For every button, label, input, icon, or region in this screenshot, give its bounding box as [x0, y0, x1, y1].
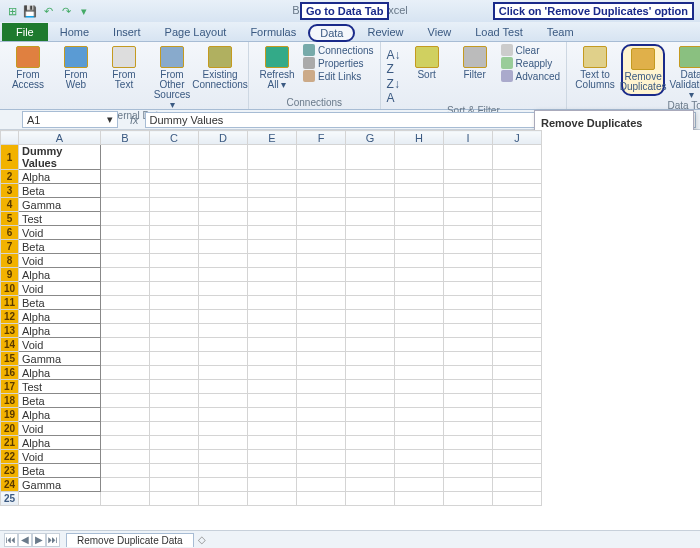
cell-D24[interactable]: [199, 478, 248, 492]
cell-I22[interactable]: [444, 450, 493, 464]
cell-A21[interactable]: Alpha: [19, 436, 101, 450]
cell-I9[interactable]: [444, 268, 493, 282]
cell-A4[interactable]: Gamma: [19, 198, 101, 212]
cell-C6[interactable]: [150, 226, 199, 240]
cell-D9[interactable]: [199, 268, 248, 282]
cell-A10[interactable]: Void: [19, 282, 101, 296]
cell-I15[interactable]: [444, 352, 493, 366]
cell-F9[interactable]: [297, 268, 346, 282]
row-header-25[interactable]: 25: [1, 492, 19, 506]
cell-G8[interactable]: [346, 254, 395, 268]
row-header-11[interactable]: 11: [1, 296, 19, 310]
cell-A22[interactable]: Void: [19, 450, 101, 464]
cell-E25[interactable]: [248, 492, 297, 506]
tab-team[interactable]: Team: [535, 23, 586, 41]
row-header-6[interactable]: 6: [1, 226, 19, 240]
cell-E6[interactable]: [248, 226, 297, 240]
cell-E16[interactable]: [248, 366, 297, 380]
cell-I3[interactable]: [444, 184, 493, 198]
connections-button[interactable]: Connections: [303, 44, 374, 56]
remove-duplicates-button[interactable]: Remove Duplicates: [621, 44, 665, 96]
cell-F8[interactable]: [297, 254, 346, 268]
cell-G23[interactable]: [346, 464, 395, 478]
cell-E19[interactable]: [248, 408, 297, 422]
cell-A14[interactable]: Void: [19, 338, 101, 352]
row-header-16[interactable]: 16: [1, 366, 19, 380]
cell-E24[interactable]: [248, 478, 297, 492]
cell-E3[interactable]: [248, 184, 297, 198]
fx-icon[interactable]: fx: [124, 114, 145, 126]
cell-I11[interactable]: [444, 296, 493, 310]
existing-connections-button[interactable]: Existing Connections: [198, 44, 242, 90]
from-access-button[interactable]: From Access: [6, 44, 50, 90]
cell-J11[interactable]: [493, 296, 542, 310]
tab-home[interactable]: Home: [48, 23, 101, 41]
cell-D2[interactable]: [199, 170, 248, 184]
cell-C4[interactable]: [150, 198, 199, 212]
cell-F14[interactable]: [297, 338, 346, 352]
edit-links-button[interactable]: Edit Links: [303, 70, 374, 82]
cell-E2[interactable]: [248, 170, 297, 184]
advanced-button[interactable]: Advanced: [501, 70, 560, 82]
row-header-14[interactable]: 14: [1, 338, 19, 352]
sort-asc-button[interactable]: A↓Z: [387, 48, 401, 76]
tab-view[interactable]: View: [416, 23, 464, 41]
cell-C11[interactable]: [150, 296, 199, 310]
cell-F1[interactable]: [297, 145, 346, 170]
cell-I10[interactable]: [444, 282, 493, 296]
cell-A15[interactable]: Gamma: [19, 352, 101, 366]
new-sheet-button[interactable]: ◇: [198, 534, 206, 545]
select-all-corner[interactable]: [1, 131, 19, 145]
cell-B12[interactable]: [101, 310, 150, 324]
cell-I20[interactable]: [444, 422, 493, 436]
column-header-C[interactable]: C: [150, 131, 199, 145]
cell-D5[interactable]: [199, 212, 248, 226]
cell-B24[interactable]: [101, 478, 150, 492]
cell-E4[interactable]: [248, 198, 297, 212]
cell-I16[interactable]: [444, 366, 493, 380]
column-header-B[interactable]: B: [101, 131, 150, 145]
cell-F3[interactable]: [297, 184, 346, 198]
cell-A3[interactable]: Beta: [19, 184, 101, 198]
cell-D11[interactable]: [199, 296, 248, 310]
cell-I7[interactable]: [444, 240, 493, 254]
cell-G17[interactable]: [346, 380, 395, 394]
cell-H4[interactable]: [395, 198, 444, 212]
cell-I12[interactable]: [444, 310, 493, 324]
cell-G21[interactable]: [346, 436, 395, 450]
sort-desc-button[interactable]: Z↓A: [387, 77, 401, 105]
cell-C21[interactable]: [150, 436, 199, 450]
cell-E21[interactable]: [248, 436, 297, 450]
cell-C10[interactable]: [150, 282, 199, 296]
cell-I5[interactable]: [444, 212, 493, 226]
cell-C20[interactable]: [150, 422, 199, 436]
cell-J9[interactable]: [493, 268, 542, 282]
column-header-E[interactable]: E: [248, 131, 297, 145]
cell-C8[interactable]: [150, 254, 199, 268]
cell-H12[interactable]: [395, 310, 444, 324]
cell-D14[interactable]: [199, 338, 248, 352]
cell-F12[interactable]: [297, 310, 346, 324]
cell-D6[interactable]: [199, 226, 248, 240]
cell-A13[interactable]: Alpha: [19, 324, 101, 338]
cell-E9[interactable]: [248, 268, 297, 282]
cell-G15[interactable]: [346, 352, 395, 366]
cell-J22[interactable]: [493, 450, 542, 464]
row-header-20[interactable]: 20: [1, 422, 19, 436]
cell-D1[interactable]: [199, 145, 248, 170]
cell-B4[interactable]: [101, 198, 150, 212]
cell-D3[interactable]: [199, 184, 248, 198]
cell-J15[interactable]: [493, 352, 542, 366]
cell-G2[interactable]: [346, 170, 395, 184]
cell-G19[interactable]: [346, 408, 395, 422]
cell-C16[interactable]: [150, 366, 199, 380]
tab-load-test[interactable]: Load Test: [463, 23, 535, 41]
cell-J19[interactable]: [493, 408, 542, 422]
cell-C25[interactable]: [150, 492, 199, 506]
cell-H15[interactable]: [395, 352, 444, 366]
cell-G3[interactable]: [346, 184, 395, 198]
cell-H7[interactable]: [395, 240, 444, 254]
cell-H13[interactable]: [395, 324, 444, 338]
cell-J25[interactable]: [493, 492, 542, 506]
cell-J5[interactable]: [493, 212, 542, 226]
